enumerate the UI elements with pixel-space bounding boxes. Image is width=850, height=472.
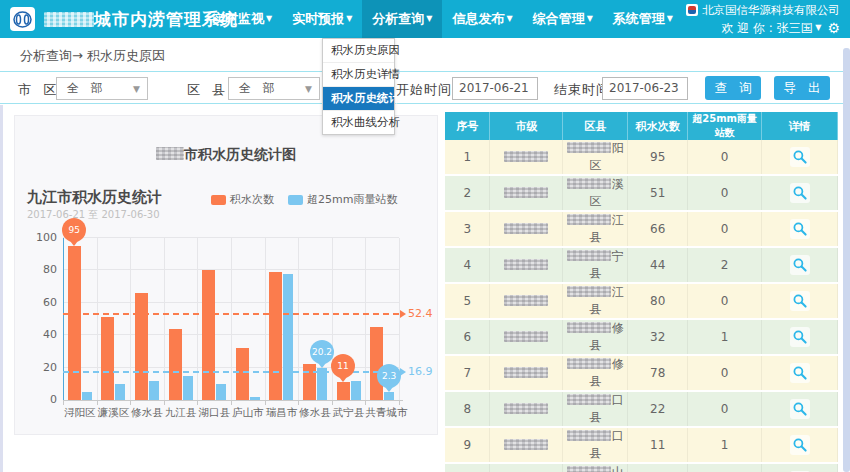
table-header-0: 序号 [445, 112, 490, 140]
legend-item[interactable]: 积水次数 [211, 192, 274, 207]
cell-detail [762, 355, 838, 391]
chart-subtitle: 2017-06-21 至 2017-06-30 [27, 208, 160, 222]
bar-超25mm雨量站数-庐山市[interactable] [250, 397, 260, 400]
cell-detail [762, 211, 838, 247]
legend-item[interactable]: 超25mm雨量站数 [288, 192, 397, 207]
detail-button[interactable] [790, 255, 810, 275]
cell-city [490, 355, 563, 391]
detail-button[interactable] [790, 147, 810, 167]
select-caret-icon: ▼ [305, 79, 312, 100]
results-table: 序号市级区县积水次数超25mm雨量站数详情 1 阳区 95 0 2 溪区 51 … [445, 112, 838, 472]
censored-prefix [567, 142, 611, 153]
menu-item-3[interactable]: 积水曲线分析 [323, 111, 394, 134]
cell-index: 9 [445, 427, 490, 463]
nav-item-3[interactable]: 信息发布▼ [442, 0, 522, 38]
table-row: 7 修县 78 0 [445, 355, 838, 391]
bar-积水次数-濂溪区[interactable] [101, 317, 114, 400]
table-header-row: 序号市级区县积水次数超25mm雨量站数详情 [445, 112, 838, 140]
bar-积水次数-瑞昌市[interactable] [269, 272, 282, 400]
censored-prefix [567, 466, 611, 472]
logo-emblem-icon [13, 11, 32, 28]
nav-item-1[interactable]: 实时预报▼ [282, 0, 362, 38]
start-time-input[interactable]: 2017-06-21 [452, 77, 538, 100]
nav-item-2[interactable]: 分析查询▼ [362, 0, 442, 38]
detail-button[interactable] [790, 291, 810, 311]
gear-icon[interactable]: ⚙ [827, 20, 840, 36]
menu-item-0[interactable]: 积水历史原因 [323, 39, 394, 63]
x-axis-label: 九江县 [164, 406, 198, 420]
detail-button[interactable] [790, 327, 810, 347]
cell-detail [762, 463, 838, 472]
cell-district: 口县 [563, 391, 628, 427]
bar-积水次数-庐山市[interactable] [236, 348, 249, 400]
table-header-4: 超25mm雨量站数 [688, 112, 762, 140]
nav-item-0[interactable]: 实时监视▼ [202, 0, 282, 38]
cell-rain-station-count: 2 [688, 247, 762, 283]
censored-city-text [504, 403, 548, 414]
bar-积水次数-修水县[interactable] [135, 293, 148, 400]
bar-超25mm雨量站数-濂溪区[interactable] [115, 384, 125, 400]
user-menu-caret-icon[interactable]: ▼ [813, 23, 822, 32]
bar-积水次数-武宁县[interactable] [337, 382, 350, 400]
cell-district: 山市 [563, 463, 628, 472]
city-select[interactable]: 全 部▼ [56, 77, 148, 100]
censored-prefix [567, 214, 611, 225]
table-header-3: 积水次数 [628, 112, 688, 140]
vertical-scrollbar[interactable] [843, 48, 850, 472]
magnifier-icon [792, 437, 808, 453]
cell-city [490, 319, 563, 355]
nav-item-5[interactable]: 系统管理▼ [603, 0, 683, 38]
bar-积水次数-湖口县[interactable] [202, 270, 215, 400]
nav-item-4[interactable]: 综合管理▼ [523, 0, 603, 38]
table-header-5: 详情 [762, 112, 838, 140]
cell-district: 口县 [563, 427, 628, 463]
bar-超25mm雨量站数-武宁县[interactable] [351, 381, 361, 400]
bar-积水次数-九江县[interactable] [169, 329, 182, 400]
analysis-dropdown-menu: 积水历史原因积水历史详情积水历史统计积水曲线分析 [322, 38, 395, 135]
menu-item-2[interactable]: 积水历史统计 [323, 87, 394, 111]
menu-item-1[interactable]: 积水历史详情 [323, 63, 394, 87]
magnifier-icon [792, 185, 808, 201]
x-axis-line [63, 400, 403, 401]
cell-index: 2 [445, 175, 490, 211]
detail-button[interactable] [790, 399, 810, 419]
detail-button[interactable] [790, 183, 810, 203]
bar-积水次数-共青城市[interactable] [370, 327, 383, 400]
bar-超25mm雨量站数-修水县[interactable] [149, 381, 159, 400]
bar-超25mm雨量站数-九江县[interactable] [183, 376, 193, 400]
table-row: 10 山市 45 5 [445, 463, 838, 472]
district-select[interactable]: 全 部▼ [228, 77, 320, 100]
magnifier-icon [792, 365, 808, 381]
start-time-label: 开始时间 [396, 81, 452, 99]
bar-超25mm雨量站数-浔阳区[interactable] [82, 392, 92, 400]
magnifier-icon [792, 293, 808, 309]
x-axis-label: 浔阳区 [63, 406, 97, 420]
bar-超25mm雨量站数-湖口县[interactable] [216, 384, 226, 400]
chart-legend: 积水次数超25mm雨量站数 [211, 192, 397, 207]
cell-flood-count: 22 [628, 391, 688, 427]
table-body: 1 阳区 95 0 2 溪区 51 0 3 江县 66 0 [445, 140, 838, 472]
bar-超25mm雨量站数-共青城市[interactable] [384, 392, 394, 400]
bar-积水次数-浔阳区[interactable] [68, 246, 81, 400]
x-axis-label: 瑞昌市 [265, 406, 299, 420]
average-line-label: 16.9 [408, 365, 433, 378]
detail-button[interactable] [790, 363, 810, 383]
legend-swatch-icon [288, 195, 303, 205]
export-button[interactable]: 导 出 [774, 76, 830, 100]
cell-flood-count: 51 [628, 175, 688, 211]
filter-row: 市 区 全 部▼ 区 县 全 部▼ 开始时间 2017-06-21 结束时间 2… [0, 73, 850, 104]
cell-detail [762, 175, 838, 211]
legend-swatch-icon [211, 195, 226, 205]
censored-city-text [504, 187, 548, 198]
magnifier-icon [792, 257, 808, 273]
censored-prefix [567, 178, 611, 189]
query-button[interactable]: 查 询 [705, 76, 761, 100]
detail-button[interactable] [790, 219, 810, 239]
end-time-input[interactable]: 2017-06-23 [602, 77, 688, 100]
cell-district: 溪区 [563, 175, 628, 211]
censored-prefix [567, 322, 611, 333]
detail-button[interactable] [790, 435, 810, 455]
data-marker: 2.3 [377, 364, 401, 388]
bar-超25mm雨量站数-瑞昌市[interactable] [283, 274, 293, 400]
cell-flood-count: 45 [628, 463, 688, 472]
